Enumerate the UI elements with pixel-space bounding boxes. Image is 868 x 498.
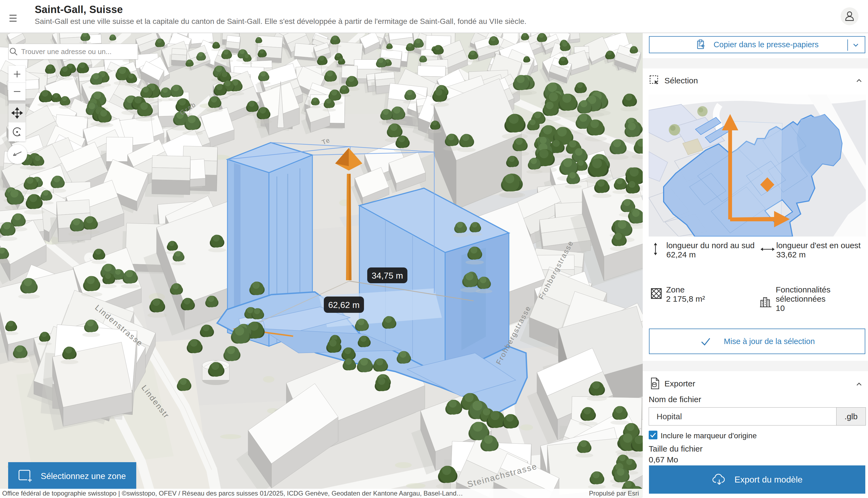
svg-text:34,75 m: 34,75 m (372, 271, 403, 280)
svg-text:62,62 m: 62,62 m (328, 300, 360, 310)
